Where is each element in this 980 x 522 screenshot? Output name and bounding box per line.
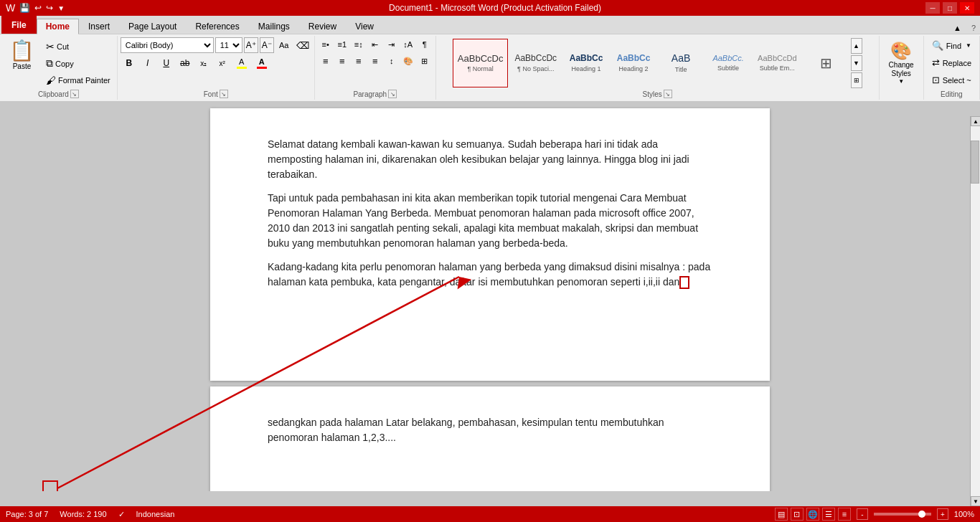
underline-button[interactable]: U (158, 55, 175, 71)
subscript-button[interactable]: x₂ (195, 55, 212, 71)
document-area[interactable]: Selamat datang kembali kawan-kawan ku se… (0, 101, 980, 491)
select-button[interactable]: ⊡ Select ~ (927, 72, 976, 88)
scroll-up-button[interactable]: ▲ (971, 116, 980, 126)
styles-label: Styles (643, 90, 662, 98)
show-formatting-button[interactable]: ¶ (417, 37, 433, 52)
tab-insert[interactable]: Insert (79, 18, 119, 34)
superscript-button[interactable]: x² (214, 55, 231, 71)
qa-save[interactable]: 💾 (19, 3, 30, 13)
qa-dropdown[interactable]: ▼ (57, 4, 65, 12)
font-size-decrease-button[interactable]: A⁻ (260, 37, 274, 53)
align-left-button[interactable]: ≡ (318, 54, 334, 68)
print-layout-button[interactable]: ▤ (775, 508, 788, 521)
styles-more-button[interactable]: ⊞ (851, 72, 862, 88)
ribbon-minimize-icon[interactable]: ▲ (948, 22, 967, 34)
tab-review[interactable]: Review (299, 18, 346, 34)
style-heading2-preview: AaBbCc (617, 53, 651, 63)
style-more[interactable]: ⊞ (804, 39, 849, 87)
close-button[interactable]: ✕ (960, 2, 974, 14)
qa-redo[interactable]: ↪ (46, 3, 53, 13)
clipboard-expand-button[interactable]: ↘ (70, 90, 79, 98)
style-normal-label: ¶ Normal (467, 65, 493, 72)
find-icon: 🔍 (932, 40, 943, 51)
style-normal[interactable]: AaBbCcDc ¶ Normal (453, 39, 509, 87)
paste-label: Paste (13, 62, 32, 70)
find-button[interactable]: 🔍 Find ▼ (927, 37, 976, 54)
style-title-preview: AaB (672, 52, 690, 65)
scroll-track[interactable] (971, 126, 980, 496)
full-screen-button[interactable]: ⊡ (791, 508, 804, 521)
outline-button[interactable]: ☰ (822, 508, 835, 521)
font-expand-button[interactable]: ↘ (220, 90, 228, 98)
style-no-spacing[interactable]: AaBbCcDc ¶ No Spaci... (509, 39, 562, 87)
font-controls: Calibri (Body) 11 A⁺ A⁻ Aa ⌫ B I U ab x₂ (121, 37, 311, 71)
font-size-increase-button[interactable]: A⁺ (244, 37, 258, 53)
change-styles-dropdown-icon: ▼ (898, 78, 904, 85)
copy-button[interactable]: ⧉ Copy (42, 55, 114, 72)
tab-page-layout[interactable]: Page Layout (119, 18, 186, 34)
tab-view[interactable]: View (346, 18, 383, 34)
tab-references[interactable]: References (186, 18, 248, 34)
format-painter-button[interactable]: 🖌 Format Painter (42, 72, 114, 88)
decrease-indent-button[interactable]: ⇤ (367, 37, 383, 52)
page-info[interactable]: Page: 3 of 7 (6, 510, 48, 518)
help-icon[interactable]: ? (967, 22, 980, 34)
italic-button[interactable]: I (139, 55, 156, 71)
style-heading2[interactable]: AaBbCc Heading 2 (611, 39, 656, 87)
styles-expand-button[interactable]: ↘ (664, 90, 672, 98)
shading-button[interactable]: 🎨 (400, 54, 416, 68)
style-subtitle[interactable]: AaBbCc. Subtitle (705, 39, 751, 87)
align-center-button[interactable]: ≡ (334, 54, 350, 68)
justify-button[interactable]: ≡ (367, 54, 383, 68)
zoom-slider[interactable] (874, 513, 931, 516)
tab-file[interactable]: File (1, 16, 37, 34)
cut-button[interactable]: ✂ Cut (42, 39, 114, 54)
copy-icon: ⧉ (46, 57, 53, 70)
style-heading1-label: Heading 1 (572, 65, 601, 72)
multilevel-list-button[interactable]: ≡↕ (351, 37, 367, 52)
vertical-scrollbar[interactable]: ▲ ▼ (970, 116, 980, 506)
web-layout-button[interactable]: 🌐 (806, 508, 819, 521)
increase-indent-button[interactable]: ⇥ (384, 37, 400, 52)
strikethrough-button[interactable]: ab (176, 55, 194, 71)
font-name-select[interactable]: Calibri (Body) (121, 37, 214, 53)
line-spacing-button[interactable]: ↕ (384, 54, 400, 68)
styles-scroll-down-button[interactable]: ▼ (851, 55, 862, 71)
styles-scroll-up-button[interactable]: ▲ (851, 38, 862, 54)
change-case-button[interactable]: Aa (275, 37, 293, 53)
bullets-button[interactable]: ≡• (318, 37, 334, 52)
bold-button[interactable]: B (121, 55, 138, 71)
change-styles-button[interactable]: 🎨 ChangeStyles ▼ (882, 37, 920, 88)
minimize-button[interactable]: ─ (925, 2, 940, 14)
align-right-button[interactable]: ≡ (351, 54, 367, 68)
numbering-button[interactable]: ≡1 (334, 37, 350, 52)
tab-mailings[interactable]: Mailings (249, 18, 299, 34)
find-label: Find (946, 42, 961, 50)
paragraph-expand-button[interactable]: ↘ (388, 90, 397, 98)
tab-home[interactable]: Home (37, 19, 79, 34)
scroll-down-button[interactable]: ▼ (971, 496, 980, 506)
zoom-in-button[interactable]: + (937, 508, 948, 520)
language[interactable]: Indonesian (136, 510, 175, 518)
paste-button[interactable]: 📋 Paste (3, 37, 41, 74)
sort-button[interactable]: ↕A (400, 37, 416, 52)
zoom-out-button[interactable]: - (857, 508, 868, 520)
text-highlight-button[interactable]: A (232, 55, 251, 71)
font-color-button[interactable]: A (253, 55, 271, 71)
clear-format-button[interactable]: ⌫ (294, 37, 311, 53)
qa-undo[interactable]: ↩ (34, 3, 42, 13)
style-title[interactable]: AaB Title (658, 39, 704, 87)
zoom-percent[interactable]: 100% (954, 510, 974, 518)
restore-button[interactable]: □ (943, 2, 957, 14)
spell-check-icon[interactable]: ✓ (118, 510, 125, 519)
style-subtle-em[interactable]: AaBbCcDd Subtle Em... (753, 39, 801, 87)
word-icon: W (6, 2, 15, 14)
font-size-select[interactable]: 11 (215, 37, 242, 53)
borders-button[interactable]: ⊞ (417, 54, 433, 68)
draft-button[interactable]: ≡ (838, 508, 851, 521)
style-heading1[interactable]: AaBbCc Heading 1 (563, 39, 609, 87)
replace-button[interactable]: ⇄ Replace (927, 54, 976, 71)
scroll-thumb[interactable] (971, 141, 979, 184)
word-count[interactable]: Words: 2 190 (60, 510, 106, 518)
style-subtitle-preview: AaBbCc. (712, 54, 743, 63)
